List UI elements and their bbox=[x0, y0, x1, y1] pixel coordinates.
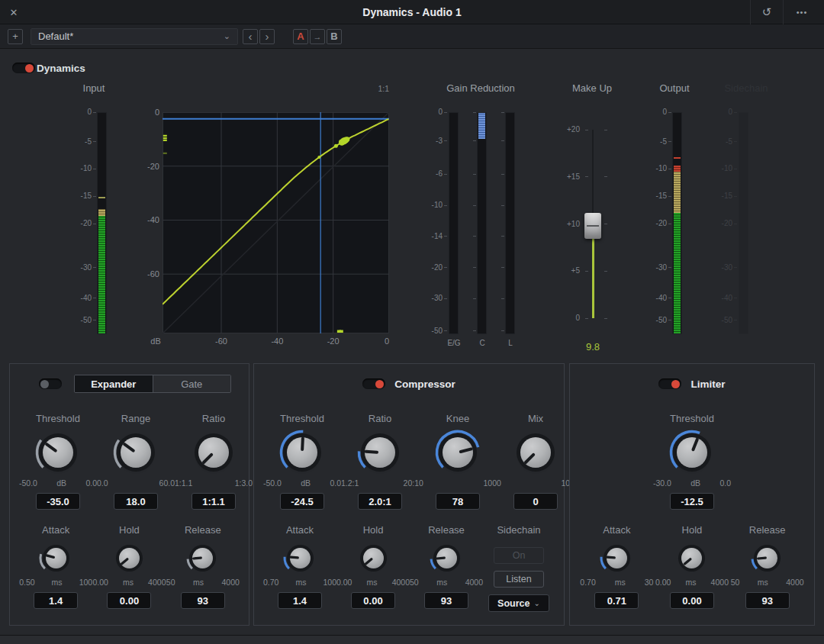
compressor-threshold-value[interactable]: -24.5 bbox=[280, 493, 324, 510]
compressor-enable-toggle[interactable] bbox=[362, 378, 385, 389]
meter-tick-label: -20 bbox=[67, 219, 92, 228]
compressor-knee-knob[interactable] bbox=[433, 428, 482, 477]
compressor-hold-knob[interactable] bbox=[355, 539, 391, 576]
compressor-hold-value[interactable]: 0.00 bbox=[351, 592, 395, 609]
limiter-hold-knob[interactable] bbox=[674, 539, 710, 576]
prev-preset-button[interactable]: ‹ bbox=[243, 29, 258, 44]
expander-threshold-value[interactable]: -35.0 bbox=[36, 493, 80, 510]
tab-gate[interactable]: Gate bbox=[153, 375, 231, 392]
meter-tick-mark bbox=[668, 267, 671, 268]
meter-tick-mark bbox=[501, 174, 504, 175]
limiter-threshold-value[interactable]: -12.5 bbox=[670, 493, 714, 510]
makeup-tick-mark bbox=[585, 130, 588, 130]
expander-release-control: Release50ms400093 bbox=[166, 524, 240, 609]
graph-unit-label: dB bbox=[144, 336, 167, 346]
compressor-mix-value[interactable]: 0 bbox=[513, 493, 558, 510]
sidechain-listen-button[interactable]: Listen bbox=[494, 571, 544, 588]
history-icon[interactable]: ↺ bbox=[752, 0, 782, 24]
preset-dropdown[interactable]: Default* ⌄ bbox=[31, 28, 238, 45]
limiter-enable-toggle[interactable] bbox=[658, 378, 681, 389]
compressor-release-knob[interactable] bbox=[428, 539, 465, 576]
limiter-release-knob[interactable] bbox=[749, 539, 786, 576]
expander-hold-knob[interactable] bbox=[111, 539, 147, 576]
sidechain-meter-block: 0-5-10-15-20-30-40-50 bbox=[708, 112, 757, 350]
makeup-tick-mark bbox=[604, 176, 607, 177]
meter-tick-mark bbox=[668, 169, 671, 169]
compressor-ratio-control: Ratio1.2:120:12.0:1 bbox=[341, 413, 419, 510]
meter-tick-label: -10 bbox=[67, 164, 92, 173]
compressor-release-value[interactable]: 93 bbox=[424, 592, 468, 609]
gain-reduction-block: 0-3-6-10-14-20-30-50E/GCL bbox=[424, 112, 537, 350]
expander-ratio-knob[interactable] bbox=[189, 428, 238, 477]
meter-tick-mark bbox=[93, 141, 96, 142]
compressor-ratio-value[interactable]: 2.0:1 bbox=[358, 493, 402, 510]
compressor-attack-value[interactable]: 1.4 bbox=[278, 592, 322, 609]
preset-bar: + Default* ⌄ ‹ › A → B bbox=[0, 24, 824, 49]
tab-expander[interactable]: Expander bbox=[75, 375, 153, 392]
limiter-attack-value[interactable]: 0.71 bbox=[594, 592, 639, 609]
expander-hold-value[interactable]: 0.00 bbox=[107, 592, 151, 609]
meter-tick-label: -40 bbox=[708, 294, 732, 303]
expander-range-value[interactable]: 18.0 bbox=[114, 493, 158, 510]
expander-ratio-value[interactable]: 1:1.1 bbox=[192, 493, 236, 510]
meter-tick-label: 0 bbox=[708, 108, 732, 117]
ab-compare-b-button[interactable]: B bbox=[327, 29, 342, 44]
compressor-attack-knob[interactable] bbox=[282, 539, 318, 576]
makeup-slider-handle[interactable] bbox=[584, 213, 601, 239]
expander-gate-panel: Expander Gate Threshold-50.0dB0.0-35.0Ra… bbox=[9, 363, 249, 626]
compressor-threshold-knob[interactable] bbox=[278, 428, 327, 477]
meter-tick-mark bbox=[444, 298, 447, 299]
limiter-release-value[interactable]: 93 bbox=[745, 592, 790, 609]
ab-copy-arrow-button[interactable]: → bbox=[310, 29, 325, 44]
meter-tick-mark bbox=[93, 267, 96, 268]
meter-tick-label: -6 bbox=[424, 169, 443, 179]
compressor-panel: Compressor Threshold-50.0dB0.0-24.5Ratio… bbox=[253, 363, 565, 626]
expander-threshold-knob[interactable] bbox=[34, 428, 82, 477]
expander-range-range: 0.060.0 bbox=[97, 478, 175, 489]
compressor-knob-row-1: Threshold-50.0dB0.0-24.5Ratio1.2:120:12.… bbox=[254, 413, 564, 510]
meter-tick-label: -5 bbox=[67, 137, 92, 147]
more-options-icon[interactable]: ••• bbox=[787, 0, 817, 24]
expander-attack-knob[interactable] bbox=[37, 539, 74, 576]
level-meter bbox=[739, 112, 748, 334]
expander-attack-range: 0.50ms100 bbox=[19, 578, 92, 588]
limiter-attack-knob[interactable] bbox=[598, 539, 635, 576]
expander-attack-value[interactable]: 1.4 bbox=[34, 592, 78, 609]
expander-release-value[interactable]: 93 bbox=[181, 592, 225, 609]
compressor-threshold-control: Threshold-50.0dB0.0-24.5 bbox=[263, 413, 341, 510]
sidechain-source-dropdown[interactable]: Source ⌄ bbox=[488, 594, 549, 612]
level-meter bbox=[505, 112, 515, 334]
compressor-knee-value[interactable]: 78 bbox=[436, 493, 480, 510]
expander-enable-toggle[interactable] bbox=[39, 378, 62, 389]
compressor-threshold-range: -50.0dB0.0 bbox=[263, 478, 341, 489]
compressor-knee-control: Knee010078 bbox=[419, 413, 497, 510]
plugin-name-label: Dynamics bbox=[37, 63, 85, 74]
meter-tick-mark bbox=[444, 112, 447, 113]
sidechain-on-button[interactable]: On bbox=[494, 547, 544, 564]
dynamics-enable-toggle[interactable] bbox=[12, 63, 35, 73]
meter-tick-label: -14 bbox=[424, 232, 443, 241]
add-preset-button[interactable]: + bbox=[8, 29, 23, 44]
limiter-threshold-knob[interactable] bbox=[668, 428, 716, 477]
compressor-ratio-range: 1.2:120:1 bbox=[341, 478, 419, 489]
level-meter bbox=[477, 112, 487, 334]
compressor-attack-label: Attack bbox=[286, 524, 314, 536]
expander-release-knob[interactable] bbox=[185, 539, 221, 576]
meter-tick-label: -40 bbox=[67, 294, 92, 303]
expander-range-knob[interactable] bbox=[111, 428, 160, 477]
meter-tick-mark bbox=[734, 298, 737, 298]
ab-compare-a-button[interactable]: A bbox=[293, 29, 308, 44]
compressor-ratio-knob[interactable] bbox=[356, 428, 404, 477]
meter-tick-mark bbox=[93, 196, 96, 197]
titlebar-separator bbox=[783, 0, 784, 24]
next-preset-button[interactable]: › bbox=[259, 29, 275, 44]
compressor-mix-knob[interactable] bbox=[511, 428, 560, 477]
limiter-hold-value[interactable]: 0.00 bbox=[670, 592, 714, 609]
compressor-hold-control: Hold0.00ms40000.00 bbox=[336, 524, 410, 612]
meter-tick-label: -30 bbox=[67, 263, 92, 272]
limiter-knob-row-2: Attack0.70ms300.71Hold0.00ms40000.00Rele… bbox=[570, 524, 814, 609]
compressor-knee-label: Knee bbox=[446, 413, 469, 425]
meter-tick-label: 0 bbox=[67, 108, 92, 117]
ratio-indicator-label: 1:1 bbox=[366, 84, 389, 93]
sidechain-section-label: Sidechain bbox=[708, 82, 784, 94]
